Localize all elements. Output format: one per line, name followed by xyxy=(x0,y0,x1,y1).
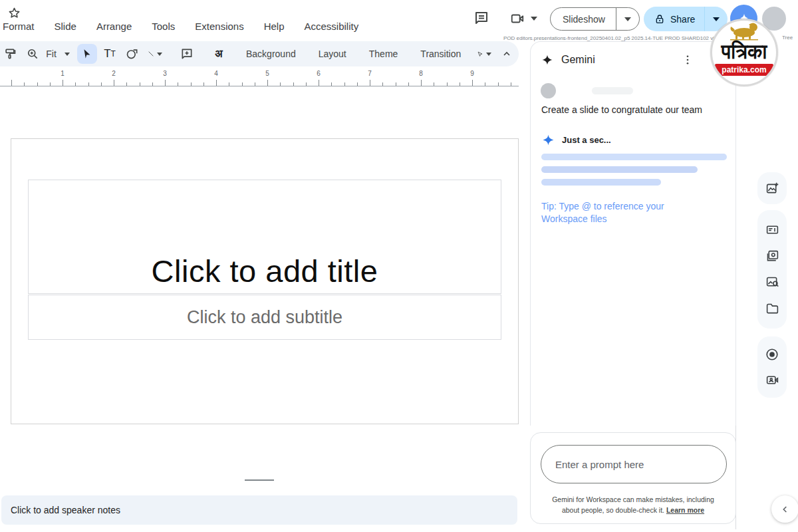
menu-tools[interactable]: Tools xyxy=(152,21,175,32)
transition-button[interactable]: Transition xyxy=(415,49,466,59)
loading-skeleton-bar xyxy=(541,179,661,186)
add-image-icon[interactable] xyxy=(765,182,779,196)
prompt-placeholder: Enter a prompt here xyxy=(555,459,644,470)
zoom-select[interactable]: Fit xyxy=(45,44,65,64)
line-tool-button[interactable] xyxy=(145,44,165,64)
input-tools-button[interactable]: अ xyxy=(209,44,229,64)
video-record-icon[interactable] xyxy=(765,373,779,387)
folder-icon[interactable] xyxy=(765,302,779,316)
main-toolbar: Fit TT अ Background Layout Theme Transit… xyxy=(0,41,519,66)
cursor-icon xyxy=(81,48,93,60)
zoom-value: Fit xyxy=(41,49,62,59)
zoom-icon[interactable] xyxy=(23,44,43,64)
pointer-caret-icon xyxy=(486,53,491,56)
more-options-icon[interactable] xyxy=(679,51,696,68)
menu-accessibility[interactable]: Accessibility xyxy=(305,21,359,32)
loading-skeleton-bar xyxy=(541,154,727,160)
lock-icon xyxy=(654,14,665,25)
chevron-left-icon xyxy=(780,504,791,515)
patrika-watermark: पत्रिका patrika.com xyxy=(710,19,778,86)
pointer-tool-button[interactable] xyxy=(474,44,494,64)
side-rail-group xyxy=(757,172,787,204)
slide-workspace: Click to add title Click to add subtitle… xyxy=(0,87,522,532)
slideshow-dropdown[interactable] xyxy=(616,8,639,30)
menu-slide[interactable]: Slide xyxy=(55,21,76,32)
chevron-up-icon xyxy=(501,49,512,59)
comment-history-icon[interactable] xyxy=(473,10,489,26)
gemini-disclaimer: Gemini for Workspace can make mistakes, … xyxy=(531,494,735,515)
textbox-tool-button[interactable]: TT xyxy=(100,44,120,64)
speaker-notes-placeholder: Click to add speaker notes xyxy=(11,505,120,515)
lion-icon xyxy=(725,21,763,41)
build-version-suffix: Tree xyxy=(782,35,793,41)
background-button[interactable]: Background xyxy=(241,49,301,59)
layout-button[interactable]: Layout xyxy=(313,49,352,59)
user-prompt-message: Create a slide to congratulate our team xyxy=(541,104,721,115)
menu-format[interactable]: Format xyxy=(3,21,35,32)
gemini-diamond-icon xyxy=(541,54,553,66)
side-rail-group xyxy=(757,336,787,398)
patrika-hindi-text: पत्रिका xyxy=(722,42,767,62)
collapse-rail-button[interactable] xyxy=(771,495,798,523)
share-label: Share xyxy=(670,14,695,25)
shape-tool-button[interactable] xyxy=(122,44,142,64)
card-view-icon[interactable] xyxy=(765,223,779,237)
slide-subtitle-placeholder[interactable]: Click to add subtitle xyxy=(28,295,501,340)
side-rail-group xyxy=(757,210,787,329)
select-tool-button[interactable] xyxy=(77,44,97,64)
top-bar: Format Slide Arrange Tools Extensions He… xyxy=(0,0,798,39)
username-skeleton xyxy=(592,87,633,94)
photo-stack-icon[interactable] xyxy=(765,249,779,263)
record-icon[interactable] xyxy=(765,347,779,362)
zoom-caret-icon xyxy=(65,53,70,56)
title-placeholder-text: Click to add title xyxy=(152,253,378,289)
learn-more-link[interactable]: Learn more xyxy=(666,506,704,514)
slide-canvas[interactable]: Click to add title Click to add subtitle xyxy=(11,138,519,424)
build-version-label: POD editors.presentations-frontend_20250… xyxy=(503,35,728,41)
star-icon[interactable] xyxy=(8,7,21,19)
speaker-notes-box[interactable]: Click to add speaker notes xyxy=(1,495,517,525)
slideshow-label: Slideshow xyxy=(551,14,616,25)
user-avatar xyxy=(541,83,556,98)
patrika-domain-text: patrika.com xyxy=(715,64,773,76)
gemini-prompt-card: Enter a prompt here Gemini for Workspace… xyxy=(530,432,736,524)
laser-pointer-icon xyxy=(477,48,483,61)
workspace-tip-link[interactable]: Tip: Type @ to reference your Workspace … xyxy=(541,200,694,225)
theme-button[interactable]: Theme xyxy=(364,49,404,59)
gemini-panel-header: Gemini xyxy=(541,51,728,68)
meet-videocam-button[interactable] xyxy=(509,11,537,26)
menu-extensions[interactable]: Extensions xyxy=(195,21,243,32)
subtitle-placeholder-text: Click to add subtitle xyxy=(187,307,342,328)
slide-title-placeholder[interactable]: Click to add title xyxy=(28,180,501,294)
videocam-dropdown-caret[interactable] xyxy=(531,17,537,21)
gemini-panel-title: Gemini xyxy=(561,54,679,66)
prompt-input[interactable]: Enter a prompt here xyxy=(541,445,727,483)
share-button[interactable]: Share xyxy=(644,7,728,31)
gemini-status-text: Just a sec... xyxy=(562,135,611,145)
gemini-response-status: Just a sec... xyxy=(542,134,611,146)
image-search-icon[interactable] xyxy=(765,275,779,289)
gemini-spark-blue-icon xyxy=(542,134,555,146)
gemini-side-panel: Gemini Create a slide to congratulate ou… xyxy=(530,41,736,426)
menu-arrange[interactable]: Arrange xyxy=(96,21,132,32)
hide-menus-button[interactable] xyxy=(497,44,517,64)
line-tool-caret-icon xyxy=(157,53,162,56)
add-comment-icon[interactable] xyxy=(177,44,197,64)
slideshow-button[interactable]: Slideshow xyxy=(550,7,640,31)
paint-format-icon[interactable] xyxy=(0,44,20,64)
menu-help[interactable]: Help xyxy=(264,21,285,32)
menu-bar: Format Slide Arrange Tools Extensions He… xyxy=(3,21,358,32)
notes-resize-handle[interactable] xyxy=(245,479,274,481)
loading-skeleton-bar xyxy=(541,166,698,173)
horizontal-ruler: 123456789 xyxy=(0,68,519,86)
